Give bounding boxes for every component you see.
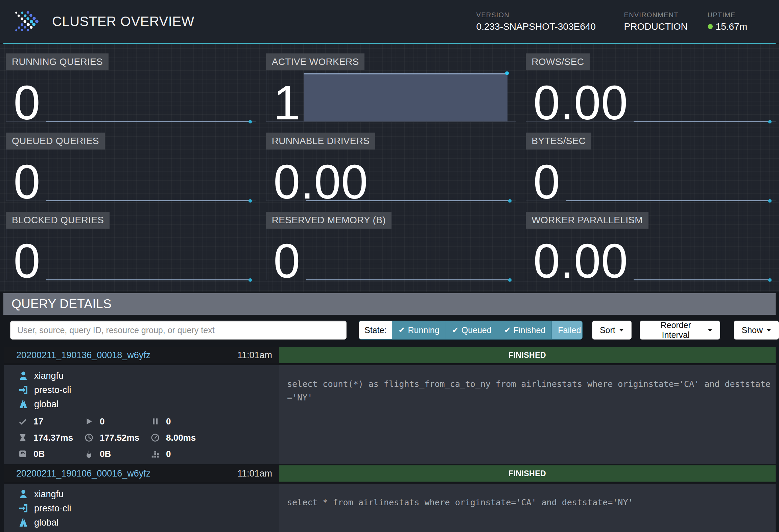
query-filter-toolbar: State: ✔ Running ✔ Queued ✔ Finished Fai… xyxy=(10,321,779,340)
query-sql-text: select count(*) as flights_from_ca_to_ny… xyxy=(279,365,776,464)
tile-active-workers: ACTIVE WORKERS 1 xyxy=(263,53,516,122)
query-id-bar: 20200211_190136_00018_w6yfz 11:01am xyxy=(4,347,279,363)
filter-running-button[interactable]: ✔ Running xyxy=(392,321,445,339)
current-memory-stat: 0B xyxy=(18,446,84,462)
query-row-header: 20200211_190136_00018_w6yfz 11:01am FINI… xyxy=(4,347,776,365)
sort-dropdown[interactable]: Sort xyxy=(592,321,632,340)
query-user-line: xiangfu xyxy=(18,369,279,383)
cpu-time-stat: 177.52ms xyxy=(84,430,150,446)
show-dropdown[interactable]: Show xyxy=(734,321,779,340)
fire-icon xyxy=(84,449,94,459)
query-status-badge: FINISHED xyxy=(279,465,776,482)
header: CLUSTER OVERVIEW VERSION 0.233-SNAPSHOT-… xyxy=(0,0,779,43)
tile-sparkline-chart xyxy=(6,69,256,122)
tile-rows-per-sec: ROWS/SEC 0.00 xyxy=(523,53,776,122)
query-stats-grid: 17 0 0 174.37m xyxy=(18,413,279,462)
query-meta-panel: xiangfu presto-cli global xyxy=(4,365,279,464)
presto-cluster-overview-page: CLUSTER OVERVIEW VERSION 0.233-SNAPSHOT-… xyxy=(0,0,779,532)
tile-value: 0 xyxy=(14,163,41,201)
check-icon: ✔ xyxy=(452,325,459,335)
tile-label: BLOCKED QUERIES xyxy=(6,212,110,229)
tile-label: RUNNING QUERIES xyxy=(6,53,109,70)
query-resource-group: global xyxy=(34,517,58,528)
query-source: presto-cli xyxy=(34,503,71,514)
filter-finished-button[interactable]: ✔ Finished xyxy=(498,321,552,339)
query-id-link[interactable]: 20200211_190106_00016_w6yfz xyxy=(16,468,150,479)
query-row-body: xiangfu presto-cli global xyxy=(4,365,776,464)
sign-in-icon xyxy=(18,503,29,514)
uptime-value: 15.67m xyxy=(716,21,747,32)
gauge-icon xyxy=(150,433,160,442)
query-source-line: presto-cli xyxy=(18,383,279,397)
filter-failed-dropdown[interactable]: Failed xyxy=(551,321,583,339)
tile-value: 0 xyxy=(274,242,301,280)
tile-label: ROWS/SEC xyxy=(526,53,590,70)
cumulative-memory-stat: 0B xyxy=(84,446,150,462)
pause-icon xyxy=(150,417,160,426)
tile-worker-parallelism: WORKER PARALLELISM 0.00 xyxy=(523,212,776,280)
play-icon xyxy=(84,417,94,426)
check-icon: ✔ xyxy=(504,325,511,335)
presto-logo-icon xyxy=(14,10,39,33)
query-id-link[interactable]: 20200211_190136_00018_w6yfz xyxy=(16,350,150,361)
version-value: 0.233-SNAPSHOT-303E640 xyxy=(476,21,605,32)
filter-queued-button[interactable]: ✔ Queued xyxy=(446,321,498,339)
check-icon xyxy=(18,417,27,426)
environment-label: ENVIRONMENT xyxy=(624,11,688,19)
uptime-block: UPTIME 15.67m xyxy=(708,11,747,32)
query-user: xiangfu xyxy=(34,371,64,381)
tile-label: BYTES/SEC xyxy=(526,133,591,149)
query-user-line: xiangfu xyxy=(18,487,279,501)
chevron-down-icon xyxy=(619,329,624,331)
queued-splits-stat: 0 xyxy=(150,413,279,430)
user-icon xyxy=(18,489,29,500)
tile-sparkline-chart xyxy=(6,227,256,280)
tile-area-chart xyxy=(266,69,516,122)
query-resource-group: global xyxy=(34,399,58,410)
query-status-badge: FINISHED xyxy=(279,347,776,363)
tile-label: WORKER PARALLELISM xyxy=(526,212,648,229)
tile-reserved-memory: RESERVED MEMORY (B) 0 xyxy=(263,212,516,280)
query-meta-panel: xiangfu presto-cli global xyxy=(4,484,279,532)
sign-in-icon xyxy=(18,385,29,395)
scale-icon xyxy=(18,449,27,459)
query-source-line: presto-cli xyxy=(18,501,279,515)
check-icon: ✔ xyxy=(398,325,405,335)
tile-value: 0 xyxy=(14,242,41,280)
completed-splits-stat: 17 xyxy=(18,413,84,430)
chevron-down-icon xyxy=(708,329,712,331)
reorder-interval-dropdown[interactable]: Reorder Interval xyxy=(640,321,721,340)
tile-runnable-drivers: RUNNABLE DRIVERS 0.00 xyxy=(263,133,516,201)
query-search-input[interactable] xyxy=(10,321,347,340)
running-splits-stat: 0 xyxy=(84,413,150,430)
query-resource-group-line: global xyxy=(18,515,279,530)
tile-value: 0 xyxy=(14,84,41,122)
query-time: 11:01am xyxy=(237,350,272,361)
query-resource-group-line: global xyxy=(18,397,279,411)
query-row: 20200211_190106_00016_w6yfz 11:01am FINI… xyxy=(4,465,776,532)
cumulative-rows-stat: 0 xyxy=(150,446,279,462)
query-id-bar: 20200211_190106_00016_w6yfz 11:01am xyxy=(4,465,279,482)
query-details-title: QUERY DETAILS xyxy=(11,297,112,311)
version-block: VERSION 0.233-SNAPSHOT-303E640 xyxy=(476,11,605,32)
query-user: xiangfu xyxy=(34,489,64,500)
tile-sparkline-chart xyxy=(6,148,256,201)
tile-value: 0.00 xyxy=(274,163,368,201)
query-source: presto-cli xyxy=(34,385,71,395)
page-title: CLUSTER OVERVIEW xyxy=(52,14,194,29)
query-row-header: 20200211_190106_00016_w6yfz 11:01am FINI… xyxy=(4,465,776,484)
tile-value: 0.00 xyxy=(533,84,628,122)
tile-label: RESERVED MEMORY (B) xyxy=(266,212,392,229)
version-label: VERSION xyxy=(476,11,605,19)
road-icon xyxy=(18,517,29,528)
tile-running-queries: RUNNING QUERIES 0 xyxy=(3,53,256,122)
tile-value: 1 xyxy=(274,84,301,122)
user-icon xyxy=(18,370,29,381)
uptime-value-wrap: 15.67m xyxy=(708,21,747,32)
wall-time-stat: 174.37ms xyxy=(18,430,84,446)
clock-icon xyxy=(84,433,94,442)
blocked-time-stat: 8.00ms xyxy=(150,430,279,446)
cluster-stats-section: RUNNING QUERIES 0 ACTIVE WORKERS 1 ROWS/… xyxy=(0,44,779,292)
tile-label: ACTIVE WORKERS xyxy=(266,53,365,70)
tile-queued-queries: QUEUED QUERIES 0 xyxy=(3,133,256,201)
